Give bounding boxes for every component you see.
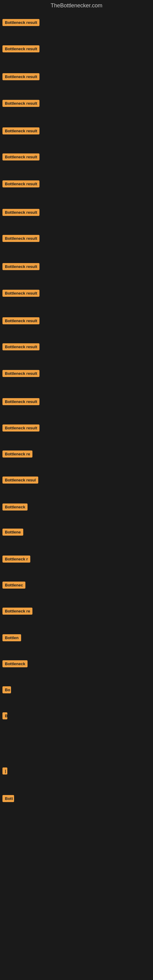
badge-row: Bottleneck result: [0, 43, 153, 56]
bottleneck-result-badge[interactable]: Bottleneck result: [2, 127, 40, 134]
badge-row: Bottleneck resul: [0, 475, 153, 487]
bottleneck-result-badge[interactable]: Bottleneck result: [2, 73, 40, 80]
bottleneck-result-badge[interactable]: Bottleneck result: [2, 263, 40, 270]
bottleneck-result-badge[interactable]: Bo: [2, 686, 11, 694]
badge-row: Bottleneck r: [0, 554, 153, 566]
bottleneck-result-badge[interactable]: Bottleneck result: [2, 153, 40, 161]
badge-row: Bottleneck result: [0, 261, 153, 273]
bottleneck-result-badge[interactable]: Bottleneck result: [2, 19, 40, 26]
bottleneck-result-badge[interactable]: Bottlenec: [2, 582, 26, 589]
bottleneck-result-badge[interactable]: Bottleneck result: [2, 290, 40, 297]
badge-row: Bo: [0, 684, 153, 697]
badge-row: Bott: [0, 793, 153, 805]
badge-row: Bottleneck re: [0, 449, 153, 461]
badge-row: Bottleneck result: [0, 368, 153, 380]
bottleneck-result-badge[interactable]: Bottleneck result: [2, 317, 40, 324]
badge-row: Bottleneck result: [0, 151, 153, 164]
bottleneck-result-badge[interactable]: Bottleneck re: [2, 608, 32, 615]
badge-row: Bottleneck result: [0, 98, 153, 110]
badge-row: Bottleneck result: [0, 342, 153, 353]
badge-row: Bottleneck: [0, 502, 153, 514]
bottleneck-result-badge[interactable]: Bottleneck result: [2, 398, 40, 405]
badge-row: Bottleneck re: [0, 606, 153, 618]
bottleneck-result-badge[interactable]: Bottlene: [2, 528, 23, 536]
badge-row: Bottleneck result: [0, 423, 153, 434]
bottleneck-result-badge[interactable]: |: [2, 767, 7, 775]
badge-row: Bottleneck result: [0, 396, 153, 408]
bottleneck-result-badge[interactable]: Bottleneck result: [2, 425, 40, 431]
badge-row: Bottlenec: [0, 580, 153, 592]
bottleneck-result-badge[interactable]: Bottleneck result: [2, 45, 40, 52]
bottleneck-result-badge[interactable]: Bottleneck re: [2, 450, 32, 458]
badge-row: Bottleneck result: [0, 72, 153, 83]
badge-row: Bottleneck result: [0, 315, 153, 328]
badge-row: Bottleneck result: [0, 207, 153, 219]
badge-row: Bottleneck result: [0, 178, 153, 191]
badge-row: Bottleneck result: [0, 17, 153, 29]
badge-row: Bottleneck result: [0, 288, 153, 300]
bottleneck-result-badge[interactable]: Bottleneck result: [2, 100, 40, 107]
bottleneck-result-badge[interactable]: Bottleneck result: [2, 343, 40, 350]
badge-row: Bottlen: [0, 632, 153, 644]
bottleneck-result-badge[interactable]: Bottleneck result: [2, 235, 40, 242]
badge-row: Bottlene: [0, 527, 153, 539]
bottleneck-result-badge[interactable]: Bottleneck: [2, 503, 27, 511]
bottleneck-result-badge[interactable]: Bott: [2, 795, 14, 802]
badge-row: Bottleneck result: [0, 233, 153, 245]
site-title: TheBottlenecker.com: [0, 0, 153, 13]
bottleneck-result-badge[interactable]: Bottleneck r: [2, 555, 30, 563]
badge-row: |: [0, 766, 153, 778]
bottleneck-result-badge[interactable]: B: [2, 712, 7, 719]
site-title-container: TheBottlenecker.com: [0, 0, 153, 13]
badge-row: Bottleneck: [0, 659, 153, 670]
badge-row: Bottleneck result: [0, 126, 153, 137]
bottleneck-result-badge[interactable]: Bottleneck result: [2, 180, 40, 188]
bottleneck-result-badge[interactable]: Bottleneck result: [2, 370, 40, 377]
badge-row: [0, 738, 153, 742]
bottleneck-result-badge[interactable]: Bottleneck result: [2, 209, 40, 216]
bottleneck-result-badge[interactable]: Bottlen: [2, 634, 21, 641]
bottleneck-result-badge[interactable]: Bottleneck: [2, 660, 27, 667]
bottleneck-result-badge[interactable]: Bottleneck resul: [2, 477, 38, 484]
badge-row: B: [0, 711, 153, 722]
